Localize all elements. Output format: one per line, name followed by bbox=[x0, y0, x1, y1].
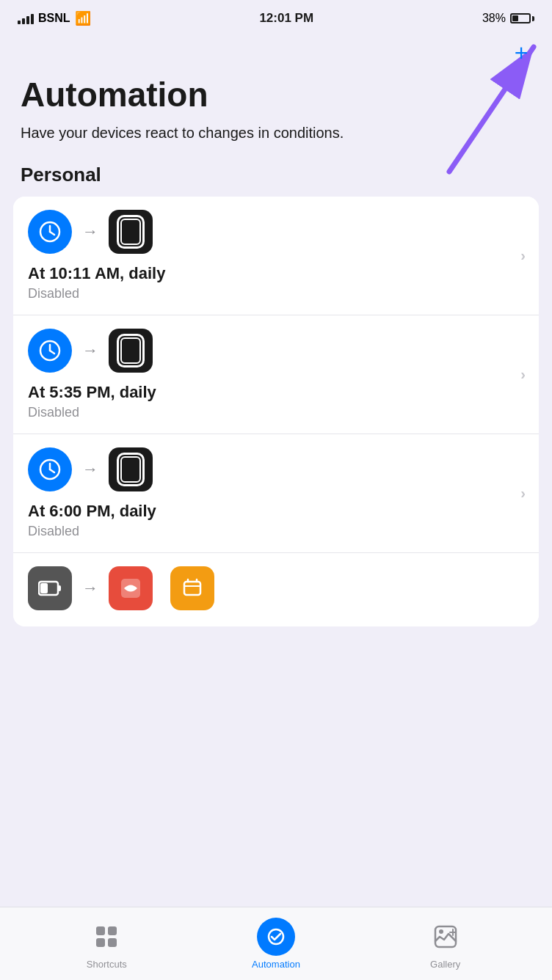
item3-icons-row: → bbox=[28, 447, 524, 491]
item4-trigger-battery-icon bbox=[28, 566, 72, 610]
item4-icons-row: → bbox=[28, 566, 524, 610]
item3-trigger-clock-icon bbox=[28, 447, 72, 491]
add-automation-button[interactable]: + bbox=[508, 40, 534, 66]
item2-action-watch-icon bbox=[109, 329, 153, 373]
automation-item-1[interactable]: → At 10:11 AM, daily Disabled › bbox=[13, 197, 539, 315]
page-subtitle: Have your devices react to changes in co… bbox=[21, 122, 531, 143]
item1-icons-row: → bbox=[28, 210, 524, 254]
carrier-label: BSNL bbox=[38, 12, 70, 25]
automation-list: → At 10:11 AM, daily Disabled › → bbox=[13, 197, 539, 626]
item3-title: At 6:00 PM, daily bbox=[28, 502, 524, 521]
item1-arrow-icon: → bbox=[82, 222, 98, 241]
automation-tab-icon bbox=[257, 918, 295, 956]
item1-action-watch-icon bbox=[109, 210, 153, 254]
tab-bar: Shortcuts Automation Gallery bbox=[0, 907, 552, 980]
section-personal-title: Personal bbox=[0, 164, 552, 186]
tab-shortcuts[interactable]: Shortcuts bbox=[77, 918, 136, 970]
item3-status: Disabled bbox=[28, 524, 524, 539]
status-bar: BSNL 📶 12:01 PM 38% bbox=[0, 0, 552, 32]
item3-action-watch-icon bbox=[109, 447, 153, 491]
item4-arrow-icon: → bbox=[82, 579, 98, 598]
automation-item-3[interactable]: → At 6:00 PM, daily Disabled › bbox=[13, 434, 539, 553]
item3-chevron-icon: › bbox=[520, 485, 526, 502]
item2-chevron-icon: › bbox=[520, 366, 526, 383]
item1-status: Disabled bbox=[28, 286, 524, 301]
shortcuts-tab-icon bbox=[87, 918, 126, 956]
item2-icons-row: → bbox=[28, 329, 524, 373]
svg-rect-21 bbox=[96, 938, 105, 947]
battery-icon bbox=[510, 13, 534, 23]
tab-automation[interactable]: Automation bbox=[247, 918, 305, 970]
item1-chevron-icon: › bbox=[520, 247, 526, 264]
svg-rect-19 bbox=[96, 926, 105, 935]
item3-arrow-icon: → bbox=[82, 460, 98, 479]
status-right: 38% bbox=[482, 12, 534, 25]
item2-arrow-icon: → bbox=[82, 341, 98, 360]
wifi-icon: 📶 bbox=[75, 10, 91, 26]
page-header: Automation Have your devices react to ch… bbox=[0, 32, 552, 143]
svg-line-4 bbox=[50, 232, 54, 235]
item2-title: At 5:35 PM, daily bbox=[28, 383, 524, 402]
tab-gallery[interactable]: Gallery bbox=[416, 918, 475, 970]
gallery-tab-icon bbox=[426, 918, 465, 956]
battery-percent-label: 38% bbox=[482, 12, 506, 25]
item2-trigger-clock-icon bbox=[28, 329, 72, 373]
page-title: Automation bbox=[21, 76, 531, 114]
svg-point-25 bbox=[439, 929, 443, 934]
svg-rect-12 bbox=[58, 585, 61, 591]
status-left: BSNL 📶 bbox=[18, 10, 91, 26]
status-time: 12:01 PM bbox=[259, 11, 313, 26]
svg-rect-20 bbox=[108, 926, 117, 935]
shortcuts-tab-label: Shortcuts bbox=[87, 959, 127, 970]
svg-line-7 bbox=[50, 351, 54, 354]
svg-rect-15 bbox=[184, 582, 200, 595]
svg-rect-13 bbox=[40, 583, 48, 593]
item1-title: At 10:11 AM, daily bbox=[28, 264, 524, 283]
item2-status: Disabled bbox=[28, 405, 524, 420]
gallery-tab-label: Gallery bbox=[430, 959, 460, 970]
item4-action-yellow-icon bbox=[170, 566, 214, 610]
svg-line-10 bbox=[50, 469, 54, 472]
svg-rect-22 bbox=[108, 938, 117, 947]
item4-action-red-icon bbox=[109, 566, 153, 610]
automation-tab-label: Automation bbox=[252, 959, 300, 970]
automation-item-2[interactable]: → At 5:35 PM, daily Disabled › bbox=[13, 315, 539, 434]
signal-bars-icon bbox=[18, 12, 34, 24]
item1-trigger-clock-icon bbox=[28, 210, 72, 254]
automation-item-4-partial[interactable]: → bbox=[13, 553, 539, 626]
